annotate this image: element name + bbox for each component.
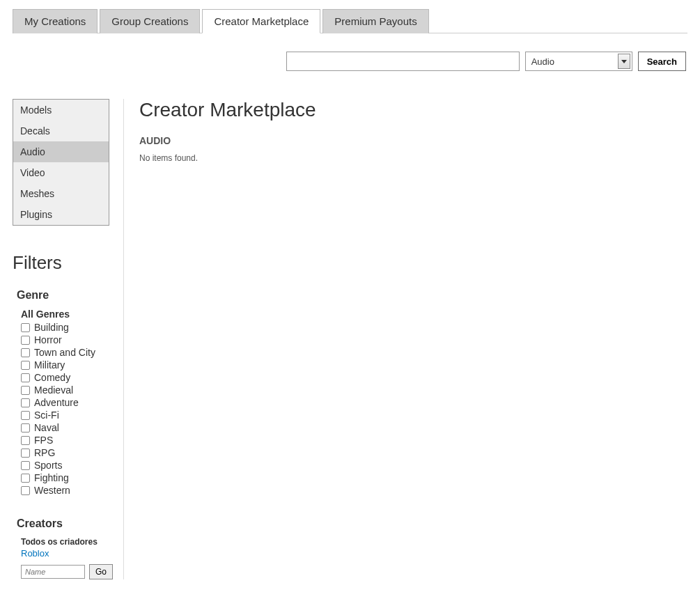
- genre-checkbox[interactable]: [21, 398, 30, 407]
- genre-list: BuildingHorrorTown and CityMilitaryComed…: [21, 321, 109, 497]
- top-tabs: My Creations Group Creations Creator Mar…: [13, 8, 687, 33]
- genre-item[interactable]: Naval: [21, 421, 109, 434]
- dropdown-icon: [618, 54, 630, 69]
- genre-item[interactable]: Adventure: [21, 396, 109, 409]
- svg-marker-0: [621, 60, 627, 63]
- empty-message: No items found.: [139, 153, 687, 163]
- genre-item[interactable]: RPG: [21, 446, 109, 459]
- section-heading: AUDIO: [139, 135, 687, 146]
- category-plugins[interactable]: Plugins: [13, 204, 109, 225]
- genre-item[interactable]: Sports: [21, 459, 109, 471]
- genre-label: Town and City: [34, 347, 95, 358]
- genre-checkbox[interactable]: [21, 373, 30, 382]
- genre-label: Naval: [34, 422, 59, 433]
- genre-checkbox[interactable]: [21, 474, 30, 483]
- genre-label: Horror: [34, 334, 62, 345]
- genre-checkbox[interactable]: [21, 323, 30, 332]
- genre-checkbox[interactable]: [21, 348, 30, 357]
- all-genres-label: All Genres: [21, 309, 109, 320]
- genre-checkbox[interactable]: [21, 436, 30, 445]
- creators-roblox-link[interactable]: Roblox: [21, 548, 109, 559]
- genre-label: Building: [34, 322, 69, 333]
- genre-item[interactable]: Medieval: [21, 384, 109, 396]
- category-video[interactable]: Video: [13, 162, 109, 183]
- tab-premium-payouts[interactable]: Premium Payouts: [322, 9, 428, 33]
- genre-label: Western: [34, 485, 70, 496]
- search-bar: Audio Search: [13, 52, 687, 71]
- genre-checkbox[interactable]: [21, 361, 30, 370]
- genre-checkbox[interactable]: [21, 423, 30, 432]
- genre-filter-title: Genre: [17, 289, 109, 302]
- genre-label: Military: [34, 359, 65, 371]
- search-button[interactable]: Search: [638, 52, 686, 71]
- genre-checkbox[interactable]: [21, 336, 30, 345]
- genre-item[interactable]: Fighting: [21, 471, 109, 484]
- main-content: Creator Marketplace AUDIO No items found…: [124, 99, 687, 579]
- category-meshes[interactable]: Meshes: [13, 183, 109, 204]
- category-models[interactable]: Models: [13, 100, 109, 120]
- creators-all-label: Todos os criadores: [21, 537, 109, 547]
- genre-label: Comedy: [34, 372, 70, 383]
- genre-label: Sports: [34, 460, 62, 471]
- genre-item[interactable]: Sci-Fi: [21, 409, 109, 421]
- genre-item[interactable]: Building: [21, 321, 109, 334]
- genre-label: Sci-Fi: [34, 410, 59, 421]
- genre-checkbox[interactable]: [21, 486, 30, 495]
- sidebar: Models Decals Audio Video Meshes Plugins…: [13, 99, 124, 579]
- filters-title: Filters: [13, 252, 109, 274]
- genre-label: Adventure: [34, 397, 79, 408]
- category-decals[interactable]: Decals: [13, 120, 109, 141]
- tab-creator-marketplace[interactable]: Creator Marketplace: [202, 9, 320, 33]
- genre-item[interactable]: Town and City: [21, 346, 109, 359]
- genre-item[interactable]: Western: [21, 484, 109, 497]
- creators-filter-title: Creators: [17, 517, 109, 530]
- genre-checkbox[interactable]: [21, 449, 30, 458]
- genre-checkbox[interactable]: [21, 411, 30, 420]
- genre-item[interactable]: Horror: [21, 334, 109, 346]
- search-input[interactable]: [286, 52, 520, 71]
- genre-label: FPS: [34, 435, 53, 446]
- creator-go-button[interactable]: Go: [89, 564, 113, 579]
- genre-label: Fighting: [34, 472, 69, 483]
- genre-label: RPG: [34, 447, 55, 458]
- genre-label: Medieval: [34, 384, 73, 396]
- tab-group-creations[interactable]: Group Creations: [100, 9, 200, 33]
- genre-item[interactable]: FPS: [21, 434, 109, 446]
- genre-checkbox[interactable]: [21, 386, 30, 395]
- category-audio[interactable]: Audio: [13, 141, 109, 162]
- page-title: Creator Marketplace: [139, 99, 687, 121]
- tab-my-creations[interactable]: My Creations: [13, 9, 98, 33]
- genre-item[interactable]: Comedy: [21, 371, 109, 384]
- search-category-value: Audio: [531, 56, 554, 67]
- genre-item[interactable]: Military: [21, 359, 109, 371]
- search-category-select[interactable]: Audio: [525, 52, 632, 71]
- genre-checkbox[interactable]: [21, 461, 30, 470]
- creator-name-input[interactable]: [21, 565, 85, 579]
- category-list: Models Decals Audio Video Meshes Plugins: [13, 99, 109, 226]
